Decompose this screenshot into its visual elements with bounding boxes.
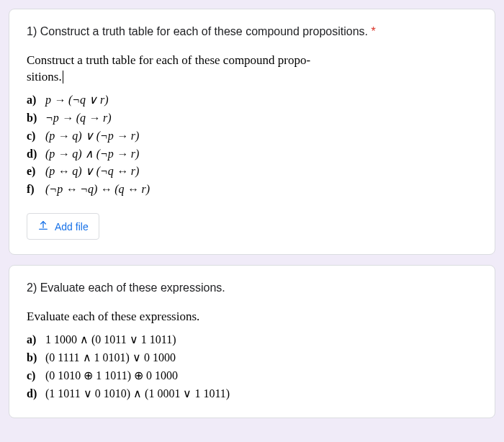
item-expr: ¬p → (q → r) bbox=[45, 112, 112, 124]
item-label: b) bbox=[27, 109, 42, 127]
list-item: e) (p ↔ q) ∨ (¬q ↔ r) bbox=[27, 163, 477, 181]
question-1-instruction: Construct a truth table for each of thes… bbox=[27, 53, 477, 86]
item-label: b) bbox=[27, 349, 42, 367]
item-expr: (0 1111 ∧ 1 0101) ∨ 0 1000 bbox=[45, 351, 176, 364]
item-expr: (p → q) ∨ (¬p → r) bbox=[45, 130, 139, 142]
item-expr: (1 1011 ∨ 0 1010) ∧ (1 0001 ∨ 1 1011) bbox=[45, 387, 230, 400]
question-1-title: 1) Construct a truth table for each of t… bbox=[27, 24, 477, 40]
item-expr: (p → q) ∧ (¬p → r) bbox=[45, 148, 139, 160]
item-expr: 1 1000 ∧ (0 1011 ∨ 1 1011) bbox=[45, 333, 176, 346]
item-label: c) bbox=[27, 127, 42, 145]
list-item: f) (¬p ↔ ¬q) ↔ (q ↔ r) bbox=[27, 181, 477, 199]
item-expr: p → (¬q ∨ r) bbox=[45, 94, 109, 106]
item-label: a) bbox=[27, 91, 42, 109]
add-file-button[interactable]: Add file bbox=[27, 213, 99, 240]
question-card-2: 2) Evaluate each of these expressions. E… bbox=[9, 265, 495, 418]
question-1-body: Construct a truth table for each of thes… bbox=[27, 53, 477, 199]
question-2-body: Evaluate each of these expressions. a) 1… bbox=[27, 309, 477, 402]
list-item: d) (1 1011 ∨ 0 1010) ∧ (1 0001 ∨ 1 1011) bbox=[27, 385, 477, 403]
instruction-line2: sitions. bbox=[27, 70, 62, 84]
item-label: a) bbox=[27, 331, 42, 349]
list-item: b) (0 1111 ∧ 1 0101) ∨ 0 1000 bbox=[27, 349, 477, 367]
instruction-line1: Construct a truth table for each of thes… bbox=[27, 53, 310, 67]
question-2-title-text: 2) Evaluate each of these expressions. bbox=[27, 281, 225, 294]
list-item: d) (p → q) ∧ (¬p → r) bbox=[27, 145, 477, 163]
required-asterisk: * bbox=[372, 25, 376, 37]
item-label: e) bbox=[27, 163, 42, 181]
expression-list: a) 1 1000 ∧ (0 1011 ∨ 1 1011) b) (0 1111… bbox=[27, 331, 477, 402]
item-expr: (¬p ↔ ¬q) ↔ (q ↔ r) bbox=[45, 183, 150, 195]
item-label: d) bbox=[27, 385, 42, 403]
question-2-title: 2) Evaluate each of these expressions. bbox=[27, 280, 477, 296]
question-1-title-text: 1) Construct a truth table for each of t… bbox=[27, 25, 368, 37]
question-card-1: 1) Construct a truth table for each of t… bbox=[9, 9, 495, 255]
item-label: c) bbox=[27, 367, 42, 385]
text-cursor bbox=[63, 71, 63, 84]
list-item: a) p → (¬q ∨ r) bbox=[27, 91, 477, 109]
item-expr: (0 1010 ⊕ 1 1011) ⊕ 0 1000 bbox=[45, 369, 178, 382]
list-item: c) (0 1010 ⊕ 1 1011) ⊕ 0 1000 bbox=[27, 367, 477, 385]
question-2-instruction: Evaluate each of these expressions. bbox=[27, 309, 477, 325]
item-label: f) bbox=[27, 181, 42, 199]
upload-icon bbox=[37, 220, 49, 233]
list-item: c) (p → q) ∨ (¬p → r) bbox=[27, 127, 477, 145]
item-label: d) bbox=[27, 145, 42, 163]
list-item: a) 1 1000 ∧ (0 1011 ∨ 1 1011) bbox=[27, 331, 477, 349]
list-item: b) ¬p → (q → r) bbox=[27, 109, 477, 127]
proposition-list: a) p → (¬q ∨ r) b) ¬p → (q → r) c) (p → … bbox=[27, 91, 477, 199]
add-file-label: Add file bbox=[55, 221, 89, 233]
item-expr: (p ↔ q) ∨ (¬q ↔ r) bbox=[45, 165, 139, 177]
